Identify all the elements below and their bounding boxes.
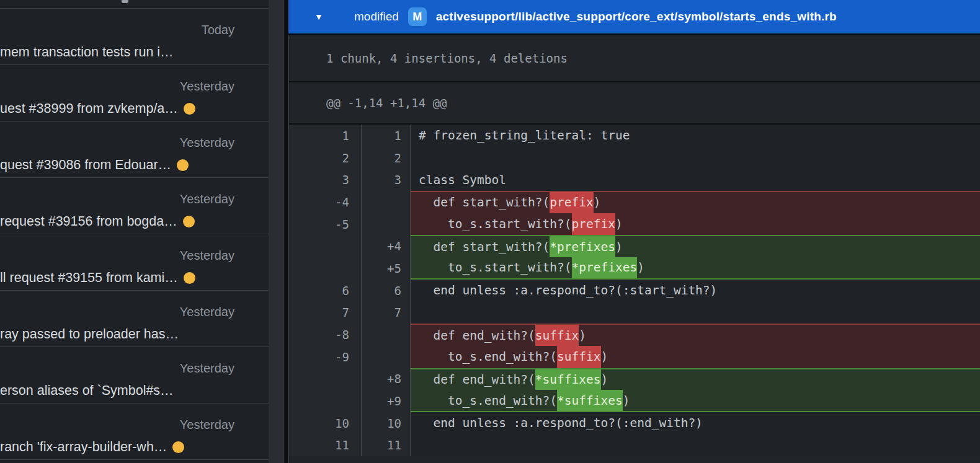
code-text: ) (615, 236, 623, 257)
old-line-number (289, 235, 362, 257)
commit-list-item[interactable]: Yesterdayray passed to preloader has… (0, 291, 269, 347)
file-path: activesupport/lib/active_support/core_ex… (436, 10, 837, 24)
commit-message-row: erson aliases of `Symbol#s… (0, 382, 234, 399)
commit-message: ray passed to preloader has… (0, 326, 179, 342)
commit-date-label: Yesterday (0, 249, 234, 263)
diff-row[interactable]: 77 (289, 302, 980, 324)
code-line: # frozen_string_literal: true (411, 125, 980, 147)
diff-row[interactable]: 33class Symbol (289, 169, 980, 191)
code-text: def end_with?( (419, 325, 535, 346)
diff-body: 1 chunk, 4 insertions, 4 deletions @@ -1… (288, 35, 980, 463)
commit-date-label: Today (0, 23, 234, 37)
old-line-number: 1 (289, 125, 362, 147)
new-line-number: 11 (362, 434, 411, 457)
hunk-header-bar[interactable]: @@ -1,14 +1,14 @@ (289, 82, 980, 125)
code-text: ) (601, 369, 608, 390)
diff-row[interactable]: 1111 (289, 434, 980, 457)
diff-row[interactable]: -4 def start_with?(prefix) (289, 191, 980, 213)
old-line-number: 2 (289, 147, 362, 169)
code-line: class Symbol (411, 169, 980, 191)
code-text: # frozen_string_literal: true (419, 125, 630, 147)
commit-list-item[interactable]: Yesterdayerson aliases of `Symbol#s… (0, 347, 269, 403)
commit-message: quest #39086 from Edouar… (0, 157, 171, 173)
code-text: ) (615, 213, 623, 236)
commit-list-item[interactable]: Yesterdayranch 'fix-array-builder-wh… (0, 403, 269, 460)
code-text: ) (623, 390, 630, 411)
code-line: end unless :a.respond_to?(:end_with?) (411, 412, 980, 434)
commit-list-item[interactable]: Yesterdayquest #39086 from Edouar… (0, 121, 269, 178)
diff-row[interactable]: -9 to_s.end_with?(suffix) (289, 346, 980, 368)
old-line-number: -9 (289, 346, 362, 368)
code-text: def start_with?( (419, 236, 550, 257)
unmerged-status-dot-icon (177, 159, 189, 171)
code-text: to_s.start_with?( (419, 257, 572, 278)
diff-panel: ▼ modified M activesupport/lib/active_su… (285, 0, 980, 463)
new-line-number: 1 (362, 125, 411, 147)
diff-row[interactable]: 66 end unless :a.respond_to?(:start_with… (289, 280, 980, 302)
changed-word-highlight: *prefixes (550, 236, 615, 257)
new-line-number (362, 324, 411, 346)
commit-message: ll request #39155 from kami… (0, 270, 178, 286)
new-line-number: 2 (362, 147, 411, 169)
commit-message-row: request #39156 from bogda… (0, 213, 234, 229)
commit-message-row: ray passed to preloader has… (0, 326, 234, 342)
commit-date-label: Yesterday (0, 418, 234, 432)
collapse-triangle-icon[interactable]: ▼ (314, 12, 324, 22)
file-header[interactable]: ▼ modified M activesupport/lib/active_su… (288, 0, 980, 35)
new-line-number (362, 346, 411, 368)
new-line-number: 3 (362, 169, 411, 191)
old-line-number: -5 (289, 213, 362, 236)
old-line-number: -4 (289, 191, 362, 213)
panel-divider[interactable] (269, 0, 284, 463)
old-line-number: 7 (289, 302, 362, 324)
chunk-summary-bar: 1 chunk, 4 insertions, 4 deletions (289, 35, 980, 82)
new-line-number: 10 (362, 412, 411, 434)
commit-message: erson aliases of `Symbol#s… (0, 382, 174, 399)
code-text: end unless :a.respond_to?(:end_with?) (419, 412, 703, 434)
diff-row[interactable]: 22 (289, 147, 980, 169)
commit-message-row: ranch 'fix-array-builder-wh… (0, 439, 234, 455)
changed-word-highlight: *prefixes (572, 257, 638, 278)
diff-row[interactable]: +9 to_s.end_with?(*suffixes) (289, 390, 980, 412)
code-text: end unless :a.respond_to?(:start_with?) (419, 280, 717, 302)
file-status-label: modified (354, 10, 399, 24)
changed-word-highlight: suffix (535, 325, 579, 346)
commit-message: uest #38999 from zvkemp/a… (0, 100, 178, 117)
old-line-number (289, 257, 362, 280)
unmerged-status-dot-icon (183, 216, 195, 227)
code-line: def end_with?(suffix) (411, 324, 980, 346)
unmerged-status-dot-icon (184, 272, 195, 284)
diff-row[interactable]: +8 def end_with?(*suffixes) (289, 368, 980, 390)
commit-message: request #39156 from bogda… (0, 213, 177, 229)
new-line-number: +5 (362, 257, 411, 280)
diff-row[interactable]: +5 to_s.start_with?(*prefixes) (289, 257, 980, 280)
old-line-number (289, 368, 362, 390)
diff-row[interactable]: 1010 end unless :a.respond_to?(:end_with… (289, 412, 980, 434)
commit-list-item[interactable]: Yesterdayuest #38999 from zvkemp/a… (0, 65, 269, 121)
diff-row[interactable]: -5 to_s.start_with?(prefix) (289, 213, 980, 236)
modified-badge: M (408, 7, 427, 26)
changed-word-highlight: prefix (572, 213, 615, 236)
commit-list-item[interactable]: Yesterdayrequest #39156 from bogda… (0, 178, 269, 234)
diff-row[interactable]: -8 def end_with?(suffix) (289, 324, 980, 346)
diff-row[interactable]: 11# frozen_string_literal: true (289, 125, 980, 147)
diff-row[interactable]: +4 def start_with?(*prefixes) (289, 235, 980, 257)
new-line-number (362, 213, 411, 236)
unmerged-status-dot-icon (172, 441, 184, 453)
commit-list-item[interactable] (0, 0, 269, 9)
code-line (411, 147, 980, 169)
code-text: ) (637, 257, 644, 278)
old-line-number: 11 (289, 434, 362, 457)
changed-word-highlight: *suffixes (557, 390, 623, 411)
commit-list-item[interactable]: Yesterdayll request #39155 from kami… (0, 234, 269, 291)
code-text: class Symbol (419, 169, 506, 191)
code-line: def start_with?(prefix) (411, 191, 980, 213)
commit-message-row: uest #38999 from zvkemp/a… (0, 100, 234, 117)
commit-list-item[interactable]: Todaymem transaction tests run i… (0, 9, 269, 65)
code-text: ) (579, 325, 586, 346)
commit-message-row: mem transaction tests run i… (0, 44, 234, 60)
old-line-number: 10 (289, 412, 362, 434)
old-line-number: -8 (289, 324, 362, 346)
clipped-text-fragment (122, 0, 128, 3)
changed-word-highlight: *suffixes (535, 369, 601, 390)
